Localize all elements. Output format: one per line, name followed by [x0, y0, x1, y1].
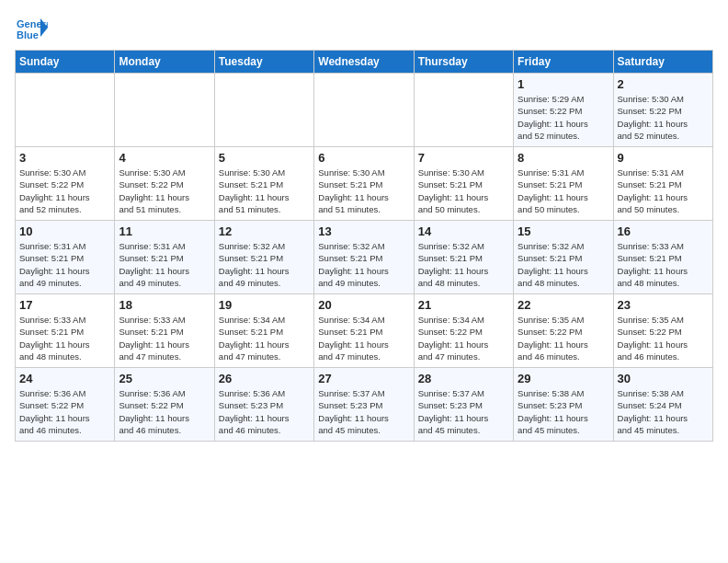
calendar-cell: [214, 74, 313, 147]
day-number: 16: [618, 224, 709, 238]
calendar-week-2: 3Sunrise: 5:30 AM Sunset: 5:22 PM Daylig…: [16, 147, 713, 221]
weekday-header-row: SundayMondayTuesdayWednesdayThursdayFrid…: [16, 51, 713, 74]
day-detail: Sunrise: 5:34 AM Sunset: 5:22 PM Dayligh…: [418, 314, 509, 362]
calendar-cell: 5Sunrise: 5:30 AM Sunset: 5:21 PM Daylig…: [214, 147, 313, 221]
weekday-header-wednesday: Wednesday: [314, 51, 414, 74]
day-number: 22: [518, 298, 609, 312]
day-number: 28: [418, 372, 509, 385]
calendar-cell: 11Sunrise: 5:31 AM Sunset: 5:21 PM Dayli…: [115, 221, 214, 294]
calendar-cell: 26Sunrise: 5:36 AM Sunset: 5:23 PM Dayli…: [214, 368, 313, 442]
day-number: 29: [518, 372, 609, 385]
weekday-header-thursday: Thursday: [414, 51, 513, 74]
day-number: 3: [19, 151, 110, 165]
day-detail: Sunrise: 5:36 AM Sunset: 5:22 PM Dayligh…: [119, 387, 210, 436]
day-detail: Sunrise: 5:30 AM Sunset: 5:21 PM Dayligh…: [219, 167, 310, 215]
weekday-header-tuesday: Tuesday: [214, 51, 313, 74]
day-number: 12: [219, 224, 310, 238]
day-number: 11: [119, 224, 210, 238]
calendar-cell: 8Sunrise: 5:31 AM Sunset: 5:21 PM Daylig…: [514, 147, 613, 221]
day-detail: Sunrise: 5:31 AM Sunset: 5:21 PM Dayligh…: [518, 167, 609, 215]
day-number: 25: [119, 372, 210, 385]
calendar-cell: 17Sunrise: 5:33 AM Sunset: 5:21 PM Dayli…: [16, 294, 115, 368]
day-number: 19: [219, 298, 310, 312]
day-number: 20: [318, 298, 409, 312]
day-number: 24: [19, 372, 110, 385]
calendar-week-4: 17Sunrise: 5:33 AM Sunset: 5:21 PM Dayli…: [16, 294, 713, 368]
calendar-cell: 6Sunrise: 5:30 AM Sunset: 5:21 PM Daylig…: [314, 147, 414, 221]
day-number: 27: [318, 372, 409, 385]
logo: General Blue: [15, 15, 48, 42]
day-number: 6: [318, 151, 409, 165]
day-number: 15: [518, 224, 609, 238]
weekday-header-friday: Friday: [514, 51, 613, 74]
calendar-cell: 3Sunrise: 5:30 AM Sunset: 5:22 PM Daylig…: [16, 147, 115, 221]
day-detail: Sunrise: 5:31 AM Sunset: 5:21 PM Dayligh…: [618, 167, 709, 215]
day-detail: Sunrise: 5:32 AM Sunset: 5:21 PM Dayligh…: [418, 240, 509, 289]
day-number: 23: [618, 298, 709, 312]
day-detail: Sunrise: 5:32 AM Sunset: 5:21 PM Dayligh…: [518, 240, 609, 289]
day-detail: Sunrise: 5:36 AM Sunset: 5:23 PM Dayligh…: [219, 387, 310, 436]
calendar-cell: 22Sunrise: 5:35 AM Sunset: 5:22 PM Dayli…: [514, 294, 613, 368]
calendar-cell: 21Sunrise: 5:34 AM Sunset: 5:22 PM Dayli…: [414, 294, 513, 368]
calendar-cell: 23Sunrise: 5:35 AM Sunset: 5:22 PM Dayli…: [613, 294, 712, 368]
calendar-week-1: 1Sunrise: 5:29 AM Sunset: 5:22 PM Daylig…: [16, 74, 713, 147]
calendar-cell: [314, 74, 414, 147]
calendar-cell: 18Sunrise: 5:33 AM Sunset: 5:21 PM Dayli…: [115, 294, 214, 368]
day-detail: Sunrise: 5:31 AM Sunset: 5:21 PM Dayligh…: [119, 240, 210, 289]
calendar-cell: 10Sunrise: 5:31 AM Sunset: 5:21 PM Dayli…: [16, 221, 115, 294]
calendar-week-3: 10Sunrise: 5:31 AM Sunset: 5:21 PM Dayli…: [16, 221, 713, 294]
day-number: 1: [518, 77, 609, 91]
calendar-cell: 9Sunrise: 5:31 AM Sunset: 5:21 PM Daylig…: [613, 147, 712, 221]
calendar-cell: 16Sunrise: 5:33 AM Sunset: 5:21 PM Dayli…: [613, 221, 712, 294]
day-detail: Sunrise: 5:38 AM Sunset: 5:24 PM Dayligh…: [618, 387, 709, 436]
calendar-cell: 20Sunrise: 5:34 AM Sunset: 5:21 PM Dayli…: [314, 294, 414, 368]
day-detail: Sunrise: 5:38 AM Sunset: 5:23 PM Dayligh…: [518, 387, 609, 436]
day-number: 2: [618, 77, 709, 91]
day-detail: Sunrise: 5:35 AM Sunset: 5:22 PM Dayligh…: [618, 314, 709, 362]
day-detail: Sunrise: 5:32 AM Sunset: 5:21 PM Dayligh…: [318, 240, 409, 289]
svg-text:Blue: Blue: [17, 29, 39, 40]
calendar-cell: 12Sunrise: 5:32 AM Sunset: 5:21 PM Dayli…: [214, 221, 313, 294]
calendar-table: SundayMondayTuesdayWednesdayThursdayFrid…: [15, 50, 713, 442]
day-number: 4: [119, 151, 210, 165]
calendar-cell: 24Sunrise: 5:36 AM Sunset: 5:22 PM Dayli…: [16, 368, 115, 442]
calendar-cell: [16, 74, 115, 147]
day-detail: Sunrise: 5:36 AM Sunset: 5:22 PM Dayligh…: [19, 387, 110, 436]
day-detail: Sunrise: 5:30 AM Sunset: 5:21 PM Dayligh…: [318, 167, 409, 215]
day-number: 9: [618, 151, 709, 165]
calendar-cell: 2Sunrise: 5:30 AM Sunset: 5:22 PM Daylig…: [613, 74, 712, 147]
day-detail: Sunrise: 5:34 AM Sunset: 5:21 PM Dayligh…: [219, 314, 310, 362]
calendar-cell: 14Sunrise: 5:32 AM Sunset: 5:21 PM Dayli…: [414, 221, 513, 294]
calendar-cell: 19Sunrise: 5:34 AM Sunset: 5:21 PM Dayli…: [214, 294, 313, 368]
day-number: 8: [518, 151, 609, 165]
calendar-cell: 29Sunrise: 5:38 AM Sunset: 5:23 PM Dayli…: [514, 368, 613, 442]
day-number: 18: [119, 298, 210, 312]
calendar-cell: 7Sunrise: 5:30 AM Sunset: 5:21 PM Daylig…: [414, 147, 513, 221]
calendar-cell: 15Sunrise: 5:32 AM Sunset: 5:21 PM Dayli…: [514, 221, 613, 294]
day-detail: Sunrise: 5:29 AM Sunset: 5:22 PM Dayligh…: [518, 93, 609, 142]
day-detail: Sunrise: 5:31 AM Sunset: 5:21 PM Dayligh…: [19, 240, 110, 289]
calendar-cell: 13Sunrise: 5:32 AM Sunset: 5:21 PM Dayli…: [314, 221, 414, 294]
day-number: 14: [418, 224, 509, 238]
calendar-cell: 4Sunrise: 5:30 AM Sunset: 5:22 PM Daylig…: [115, 147, 214, 221]
day-detail: Sunrise: 5:37 AM Sunset: 5:23 PM Dayligh…: [318, 387, 409, 436]
calendar-cell: 25Sunrise: 5:36 AM Sunset: 5:22 PM Dayli…: [115, 368, 214, 442]
day-number: 21: [418, 298, 509, 312]
day-detail: Sunrise: 5:33 AM Sunset: 5:21 PM Dayligh…: [618, 240, 709, 289]
day-detail: Sunrise: 5:35 AM Sunset: 5:22 PM Dayligh…: [518, 314, 609, 362]
calendar-cell: [115, 74, 214, 147]
day-detail: Sunrise: 5:30 AM Sunset: 5:22 PM Dayligh…: [19, 167, 110, 215]
calendar-body: 1Sunrise: 5:29 AM Sunset: 5:22 PM Daylig…: [16, 74, 713, 442]
day-number: 13: [318, 224, 409, 238]
logo-icon: General Blue: [15, 15, 48, 42]
calendar-cell: 1Sunrise: 5:29 AM Sunset: 5:22 PM Daylig…: [514, 74, 613, 147]
day-detail: Sunrise: 5:30 AM Sunset: 5:22 PM Dayligh…: [618, 93, 709, 142]
day-number: 5: [219, 151, 310, 165]
day-number: 26: [219, 372, 310, 385]
day-detail: Sunrise: 5:33 AM Sunset: 5:21 PM Dayligh…: [19, 314, 110, 362]
day-number: 7: [418, 151, 509, 165]
calendar-cell: [414, 74, 513, 147]
day-detail: Sunrise: 5:30 AM Sunset: 5:22 PM Dayligh…: [119, 167, 210, 215]
weekday-header-saturday: Saturday: [613, 51, 712, 74]
day-detail: Sunrise: 5:37 AM Sunset: 5:23 PM Dayligh…: [418, 387, 509, 436]
